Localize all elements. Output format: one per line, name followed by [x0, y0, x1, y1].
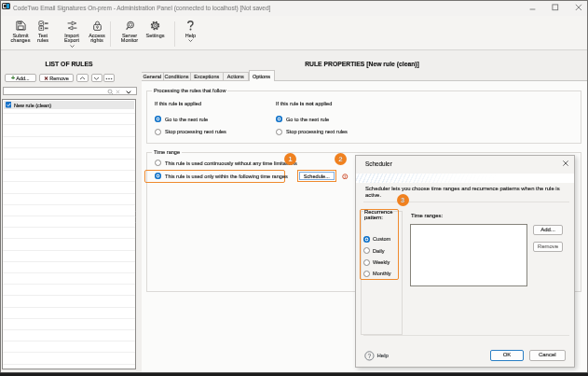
svg-text:?: ? [368, 353, 372, 359]
